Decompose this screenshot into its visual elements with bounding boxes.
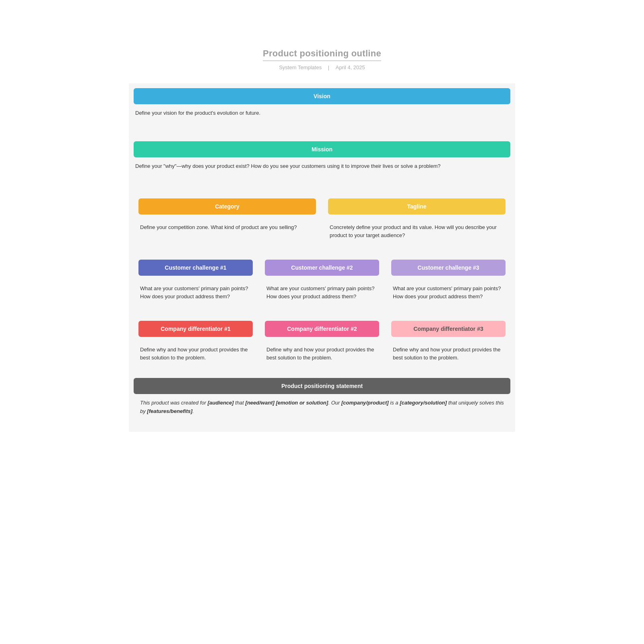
category-body[interactable]: Define your competition zone. What kind … (134, 219, 321, 251)
category-header: Category (138, 198, 316, 215)
positioning-statement-section: Product positioning statement This produ… (134, 378, 510, 424)
mission-section: Mission Define your "why"—why does your … (129, 141, 515, 190)
diff3-col-header: Company differentiator #3 (386, 317, 510, 341)
diff1-col-header: Company differentiator #1 (134, 317, 258, 341)
vision-body[interactable]: Define your vision for the product's evo… (129, 104, 515, 136)
challenge2-header: Customer challenge #2 (265, 260, 379, 276)
diff2-body[interactable]: Define why and how your product provides… (260, 341, 384, 373)
statement-features: [features/benefits] (147, 408, 192, 414)
challenge2-card: Customer challenge #2 What are your cust… (260, 256, 384, 312)
subtitle-date: April 4, 2025 (336, 64, 365, 70)
diff2-card: Company differentiator #2 Define why and… (260, 317, 384, 373)
diff1-header: Company differentiator #1 (138, 321, 253, 337)
diff3-card: Company differentiator #3 Define why and… (386, 317, 510, 373)
diff2-header: Company differentiator #2 (265, 321, 379, 337)
challenge1-body[interactable]: What are your customers' primary pain po… (134, 280, 258, 312)
statement-audience: [audience] (208, 400, 234, 406)
differentiators-row: Company differentiator #1 Define why and… (134, 317, 510, 373)
subtitle-separator: | (328, 64, 329, 70)
page-header: Product positioning outline System Templ… (129, 48, 515, 70)
subtitle-source: System Templates (279, 64, 322, 70)
challenge1-col-header: Customer challenge #1 (134, 256, 258, 280)
challenges-row: Customer challenge #1 What are your cust… (134, 256, 510, 312)
bottom-spacer (129, 424, 515, 432)
page-container: Product positioning outline System Templ… (129, 48, 515, 432)
statement-mid3: is a (389, 400, 400, 406)
category-tagline-row: Category Define your competition zone. W… (134, 194, 510, 251)
page-title: Product positioning outline (263, 48, 381, 61)
challenge2-col-header: Customer challenge #2 (260, 256, 384, 280)
vision-header: Vision (134, 88, 510, 104)
statement-category-ref: [category/solution] (400, 400, 447, 406)
mission-body[interactable]: Define your "why"—why does your product … (129, 157, 515, 190)
diff1-body[interactable]: Define why and how your product provides… (134, 341, 258, 373)
diff3-body[interactable]: Define why and how your product provides… (386, 341, 510, 373)
tagline-header: Tagline (328, 198, 506, 215)
tagline-col-header: Tagline (323, 194, 510, 219)
challenge3-col-header: Customer challenge #3 (386, 256, 510, 280)
statement-end: . (192, 408, 194, 414)
positioning-statement-header: Product positioning statement (134, 378, 510, 394)
tagline-body[interactable]: Concretely define your product and its v… (323, 219, 510, 251)
statement-mid1: that (234, 400, 246, 406)
mission-header: Mission (134, 141, 510, 157)
diff3-header: Company differentiator #3 (391, 321, 506, 337)
challenge3-body[interactable]: What are your customers' primary pain po… (386, 280, 510, 312)
diff1-card: Company differentiator #1 Define why and… (134, 317, 258, 373)
statement-need: [need/want] [emotion or solution] (246, 400, 328, 406)
statement-mid2: . Our (328, 400, 341, 406)
category-card: Category Define your competition zone. W… (134, 194, 321, 251)
diff2-col-header: Company differentiator #2 (260, 317, 384, 341)
tagline-card: Tagline Concretely define your product a… (323, 194, 510, 251)
challenge2-body[interactable]: What are your customers' primary pain po… (260, 280, 384, 312)
statement-company: [company/product] (341, 400, 389, 406)
challenge1-card: Customer challenge #1 What are your cust… (134, 256, 258, 312)
challenge3-card: Customer challenge #3 What are your cust… (386, 256, 510, 312)
challenge1-header: Customer challenge #1 (138, 260, 253, 276)
category-col-header: Category (134, 194, 321, 219)
statement-prefix: This product was created for (140, 400, 208, 406)
page-subtitle: System Templates | April 4, 2025 (129, 64, 515, 70)
challenge3-header: Customer challenge #3 (391, 260, 506, 276)
positioning-statement-body[interactable]: This product was created for [audience] … (134, 394, 510, 424)
content-area: Vision Define your vision for the produc… (129, 83, 515, 432)
vision-section: Vision Define your vision for the produc… (129, 88, 515, 136)
